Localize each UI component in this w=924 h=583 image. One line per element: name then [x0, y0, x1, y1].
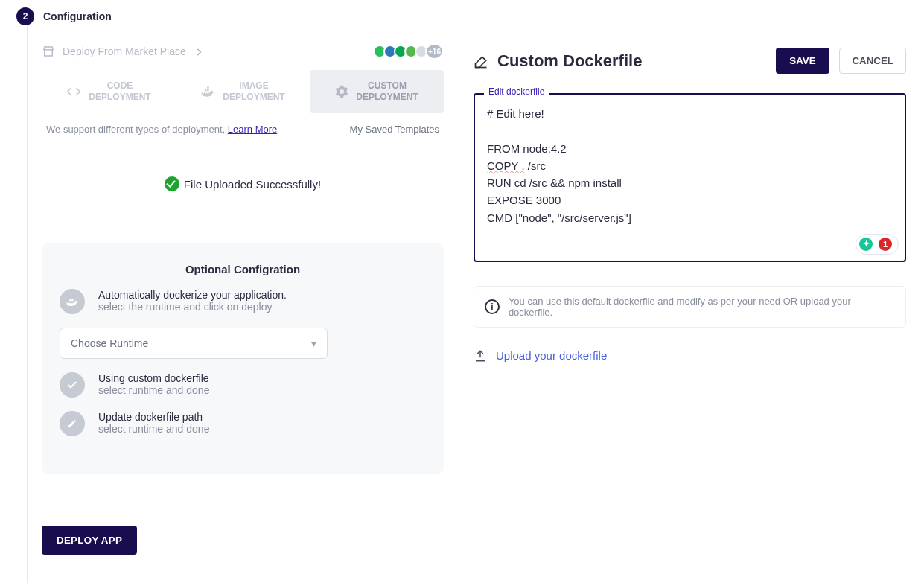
edit-icon	[474, 51, 488, 71]
upload-icon	[474, 348, 487, 363]
runtime-select-placeholder: Choose Runtime	[71, 337, 148, 349]
runtime-select[interactable]: Choose Runtime ▾	[60, 328, 328, 359]
editor-label: Edit dockerfile	[484, 86, 549, 97]
save-button[interactable]: SAVE	[776, 48, 829, 74]
deploy-from-marketplace[interactable]: Deploy From Market Place	[42, 45, 204, 58]
chevron-right-icon	[194, 45, 204, 57]
deploy-app-button[interactable]: DEPLOY APP	[42, 526, 137, 555]
tab-custom-label: CUSTOM DEPLOYMENT	[356, 80, 418, 103]
auto-dockerize-subtitle: select the runtime and click on deploy	[98, 301, 287, 313]
update-path-subtitle: select runtime and done	[98, 423, 209, 435]
upload-status: File Uploaded Successfully!	[42, 176, 444, 191]
upload-status-text: File Uploaded Successfully!	[184, 178, 321, 191]
optional-config-panel: Optional Configration Automatically dock…	[42, 243, 444, 474]
bulb-icon: ✦	[859, 238, 873, 251]
pencil-icon	[60, 411, 85, 436]
tab-image-label: IMAGE DEPLOYMENT	[223, 80, 284, 103]
upload-dockerfile-label: Upload your dockerfile	[496, 349, 607, 362]
lint-badge[interactable]: ✦ 1	[856, 234, 899, 255]
support-text: We support different types of deployment…	[46, 124, 277, 135]
custom-dockerfile-subtitle: select runtime and done	[98, 384, 209, 396]
caret-down-icon: ▾	[311, 337, 316, 349]
step-title: Configuration	[43, 10, 112, 22]
learn-more-link[interactable]: Learn More	[228, 124, 277, 135]
saved-templates-link[interactable]: My Saved Templates	[350, 124, 439, 135]
optional-config-title: Optional Configration	[60, 263, 426, 275]
check-icon	[60, 372, 85, 398]
tab-custom-deployment[interactable]: CUSTOM DEPLOYMENT	[310, 70, 444, 113]
update-path-title: Update dockerfile path	[98, 411, 209, 423]
docker-icon	[200, 84, 215, 99]
info-icon: i	[485, 299, 500, 314]
step-header: 2 Configuration	[16, 7, 924, 25]
code-icon	[66, 84, 81, 99]
custom-dockerfile-heading: Custom Dockerfile	[497, 51, 642, 71]
tab-code-deployment[interactable]: CODE DEPLOYMENT	[42, 70, 176, 113]
auto-dockerize-title: Automatically dockerize your application…	[98, 289, 287, 301]
docker-icon	[60, 289, 85, 314]
marketplace-more-badge: +16	[425, 43, 444, 60]
check-circle-icon	[165, 176, 179, 191]
dockerfile-editor[interactable]: # Edit here! FROM node:4.2 COPY . /src R…	[474, 93, 906, 262]
deploy-from-marketplace-label: Deploy From Market Place	[63, 45, 186, 57]
cancel-button[interactable]: CANCEL	[839, 48, 906, 74]
step-number-badge: 2	[16, 7, 34, 25]
error-count-badge: 1	[879, 238, 892, 251]
info-text: You can use this default dockerfile and …	[509, 296, 895, 318]
marketplace-avatars[interactable]: +16	[376, 43, 444, 60]
tab-image-deployment[interactable]: IMAGE DEPLOYMENT	[176, 70, 310, 113]
storefront-icon	[42, 45, 55, 58]
gear-icon	[335, 85, 348, 98]
info-box: i You can use this default dockerfile an…	[474, 286, 906, 328]
tab-code-label: CODE DEPLOYMENT	[89, 80, 150, 103]
custom-dockerfile-title: Using custom dockerfile	[98, 372, 209, 384]
upload-dockerfile-link[interactable]: Upload your dockerfile	[474, 348, 607, 363]
